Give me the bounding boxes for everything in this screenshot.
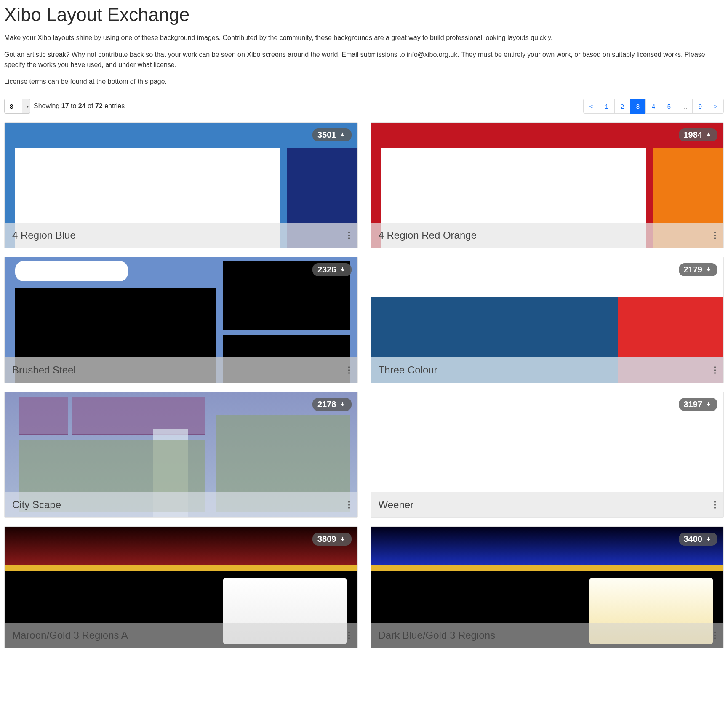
layout-title: Maroon/Gold 3 Regions A [12,629,128,641]
more-options-icon[interactable] [712,365,716,376]
layout-card[interactable]: 3197Weener [371,392,724,518]
download-count-badge: 3809 [312,533,352,546]
intro-paragraph-3: License terms can be found at the bottom… [4,77,724,87]
more-options-icon[interactable] [712,230,716,241]
layout-title: City Scape [12,499,61,511]
page-title: Xibo Layout Exchange [4,4,724,25]
download-count: 3400 [684,534,703,544]
download-count-badge: 3501 [312,128,352,141]
layout-card[interactable]: 3809Maroon/Gold 3 Regions A [4,526,358,648]
page-link-dotsdotsdots: ... [677,99,693,114]
download-arrow-icon [339,266,347,274]
layout-title: Brushed Steel [12,364,76,376]
page-link-9[interactable]: 9 [692,99,708,114]
download-count-badge: 2178 [312,398,352,411]
card-footer: Three Colour [371,357,724,383]
download-count: 2178 [317,400,336,409]
showing-entries-text: Showing 17 to 24 of 72 entries [34,102,125,110]
download-arrow-icon [339,401,347,408]
download-count-badge: 2326 [312,263,352,276]
more-options-icon[interactable] [347,630,350,641]
page-size-select[interactable]: 8 [4,99,30,114]
download-count: 2326 [317,265,336,275]
page-link-3[interactable]: 3 [630,99,646,114]
download-arrow-icon [705,401,712,408]
intro-paragraph-2: Got an artistic streak? Why not contribu… [4,50,724,70]
pagination: <12345...9> [584,99,724,114]
download-count-badge: 1984 [679,128,718,141]
more-options-icon[interactable] [712,630,716,641]
card-footer: Dark Blue/Gold 3 Regions [371,623,724,648]
card-footer: 4 Region Blue [5,223,357,248]
layout-card[interactable]: 2179Three Colour [371,257,724,383]
layout-card[interactable]: 2178City Scape [4,392,358,518]
layout-card[interactable]: 35014 Region Blue [4,122,358,248]
layout-card[interactable]: 2326Brushed Steel [4,257,358,383]
more-options-icon[interactable] [712,499,716,510]
page-size-select-wrapper: 8 ▾ [4,99,30,114]
download-arrow-icon [705,536,712,543]
layout-title: Weener [379,499,414,511]
page-link-next[interactable]: > [708,99,724,114]
page-link-1[interactable]: 1 [599,99,615,114]
download-count: 1984 [684,130,703,140]
card-footer: Maroon/Gold 3 Regions A [5,623,357,648]
layout-card[interactable]: 3400Dark Blue/Gold 3 Regions [371,526,724,648]
card-footer: City Scape [5,492,357,517]
layout-title: Dark Blue/Gold 3 Regions [379,629,495,641]
download-count: 3501 [317,130,336,140]
download-arrow-icon [339,536,347,543]
page-link-5[interactable]: 5 [661,99,677,114]
download-count-badge: 3400 [679,533,718,546]
more-options-icon[interactable] [347,365,350,376]
page-link-2[interactable]: 2 [614,99,630,114]
card-footer: Weener [371,492,724,517]
download-arrow-icon [705,131,712,139]
layout-card[interactable]: 19844 Region Red Orange [371,122,724,248]
download-count: 2179 [684,265,703,275]
download-arrow-icon [705,266,712,274]
download-count: 3809 [317,534,336,544]
download-count: 3197 [684,400,703,409]
page-link-prev[interactable]: < [583,99,599,114]
page-link-4[interactable]: 4 [645,99,661,114]
download-count-badge: 3197 [679,398,718,411]
card-footer: 4 Region Red Orange [371,223,724,248]
intro-paragraph-1: Make your Xibo layouts shine by using on… [4,33,724,43]
layout-title: Three Colour [379,364,437,376]
layout-title: 4 Region Blue [12,229,76,241]
more-options-icon[interactable] [347,230,350,241]
layout-title: 4 Region Red Orange [379,229,477,241]
card-footer: Brushed Steel [5,357,357,383]
download-count-badge: 2179 [679,263,718,276]
download-arrow-icon [339,131,347,139]
more-options-icon[interactable] [347,499,350,510]
